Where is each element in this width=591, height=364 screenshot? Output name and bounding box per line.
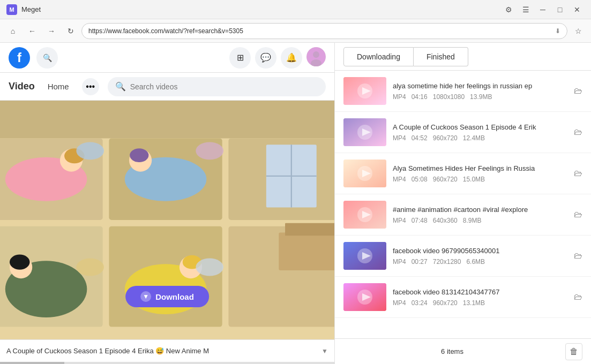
item-format: MP4 xyxy=(393,299,406,307)
item-thumbnail xyxy=(343,201,386,229)
fb-more-button[interactable]: ••• xyxy=(82,78,99,95)
download-item[interactable]: Alya Sometimes Hides Her Feelings in Rus… xyxy=(335,153,591,194)
fb-grid-button[interactable]: ⊞ xyxy=(229,47,251,69)
maximize-button[interactable]: □ xyxy=(552,2,567,17)
facebook-logo: f xyxy=(9,47,30,69)
save-file-icon[interactable]: 🗁 xyxy=(574,210,582,219)
item-resolution: 1080x1080 xyxy=(433,93,465,101)
item-meta: MP4 07:48 640x360 8.9MB xyxy=(393,217,567,224)
svg-rect-4 xyxy=(0,101,334,138)
item-size: 6.6MB xyxy=(466,258,485,266)
fb-notifications-button[interactable]: 🔔 xyxy=(281,47,302,69)
browser-panel: f 🔍 ⊞ 💬 🔔 Video xyxy=(0,43,335,364)
url-text: https://www.facebook.com/watch/?ref=sear… xyxy=(88,27,551,35)
svg-point-26 xyxy=(196,259,223,276)
fb-search-videos-box[interactable]: 🔍 xyxy=(108,77,326,96)
items-count: 6 items xyxy=(343,347,561,355)
download-item[interactable]: facebook video 813142104347767 MP4 03:24… xyxy=(335,277,591,318)
item-duration: 00:27 xyxy=(412,258,428,266)
item-thumbnail xyxy=(343,118,386,146)
tab-downloading[interactable]: Downloading xyxy=(343,47,414,66)
forward-button[interactable]: → xyxy=(43,22,60,40)
tab-bar: Downloading Finished xyxy=(335,43,591,71)
item-info: facebook video 813142104347767 MP4 03:24… xyxy=(393,288,567,307)
download-address-icon[interactable]: ⬇ xyxy=(555,27,560,35)
minimize-button[interactable]: ─ xyxy=(535,2,550,17)
item-thumbnail xyxy=(343,242,386,270)
svg-point-1 xyxy=(313,51,319,58)
fb-logo-letter: f xyxy=(17,50,21,65)
window-controls: ⚙ ☰ ─ □ ✕ xyxy=(501,2,585,17)
video-title-text: A Couple of Cuckoos Season 1 Episode 4 E… xyxy=(6,347,317,355)
save-file-icon[interactable]: 🗁 xyxy=(574,169,582,178)
refresh-button[interactable]: ↻ xyxy=(62,22,79,40)
fb-search-button[interactable]: 🔍 xyxy=(36,47,58,69)
save-file-icon[interactable]: 🗁 xyxy=(574,292,582,302)
video-title-bar: A Couple of Cuckoos Season 1 Episode 4 E… xyxy=(0,339,334,362)
item-resolution: 960x720 xyxy=(433,176,458,183)
app-logo: M xyxy=(6,4,17,15)
item-thumbnail xyxy=(343,77,386,105)
download-item[interactable]: alya sometime hide her feelings in russi… xyxy=(335,71,591,112)
item-info: Alya Sometimes Hides Her Feelings in Rus… xyxy=(393,164,567,183)
settings-button[interactable]: ⚙ xyxy=(501,2,516,17)
save-file-icon[interactable]: 🗁 xyxy=(574,127,582,137)
item-format: MP4 xyxy=(393,134,406,142)
item-meta: MP4 00:27 720x1280 6.6MB xyxy=(393,258,567,266)
bookmark-button[interactable]: ☆ xyxy=(570,22,587,40)
item-resolution: 640x360 xyxy=(433,217,458,224)
download-panel: Downloading Finished alya sometime hide … xyxy=(335,43,591,364)
save-file-icon[interactable]: 🗁 xyxy=(574,86,582,96)
trash-button[interactable]: 🗑 xyxy=(565,343,582,360)
tab-finished[interactable]: Finished xyxy=(414,47,468,66)
item-meta: MP4 03:24 960x720 13.1MB xyxy=(393,299,567,307)
item-meta: MP4 05:08 960x720 15.0MB xyxy=(393,176,567,183)
item-resolution: 960x720 xyxy=(433,134,458,142)
status-bar: 6 items 🗑 xyxy=(335,338,591,364)
item-size: 12.4MB xyxy=(463,134,485,142)
fb-avatar[interactable] xyxy=(306,47,326,66)
menu-button[interactable]: ☰ xyxy=(518,2,533,17)
item-title: alya sometime hide her feelings in russi… xyxy=(393,82,543,90)
svg-point-25 xyxy=(76,259,104,276)
search-videos-icon: 🔍 xyxy=(115,81,126,92)
app-logo-letter: M xyxy=(9,6,14,13)
svg-rect-30 xyxy=(279,232,334,270)
save-file-icon[interactable]: 🗁 xyxy=(574,251,582,261)
search-videos-input[interactable] xyxy=(130,82,318,91)
fb-home-link[interactable]: Home xyxy=(43,80,73,93)
item-format: MP4 xyxy=(393,93,406,101)
item-format: MP4 xyxy=(393,176,406,183)
item-title: facebook video 967990565340001 xyxy=(393,247,543,255)
search-icon: 🔍 xyxy=(43,54,52,62)
home-button[interactable]: ⌂ xyxy=(4,22,21,40)
download-arrow-icon: ▼ xyxy=(143,293,149,300)
download-item[interactable]: facebook video 967990565340001 MP4 00:27… xyxy=(335,236,591,277)
close-button[interactable]: ✕ xyxy=(570,2,585,17)
item-info: #anime #animation #cartoon #viral #explo… xyxy=(393,206,567,224)
trash-icon: 🗑 xyxy=(570,347,578,357)
item-format: MP4 xyxy=(393,258,406,266)
item-info: facebook video 967990565340001 MP4 00:27… xyxy=(393,247,567,266)
fb-video-section-title: Video xyxy=(9,81,35,92)
item-duration: 05:08 xyxy=(412,176,428,183)
chevron-down-icon: ▼ xyxy=(321,347,328,355)
back-button[interactable]: ← xyxy=(24,22,41,40)
item-title: A Couple of Cuckoos Season 1 Episode 4 E… xyxy=(393,123,543,131)
item-resolution: 960x720 xyxy=(433,299,458,307)
item-meta: MP4 04:52 960x720 12.4MB xyxy=(393,134,567,142)
item-thumbnail xyxy=(343,283,386,311)
item-meta: MP4 04:16 1080x1080 13.9MB xyxy=(393,93,567,101)
item-size: 8.9MB xyxy=(463,217,482,224)
download-item[interactable]: #anime #animation #cartoon #viral #explo… xyxy=(335,194,591,236)
svg-point-24 xyxy=(196,142,223,160)
svg-rect-31 xyxy=(285,223,334,236)
navbar: ⌂ ← → ↻ https://www.facebook.com/watch/?… xyxy=(0,19,591,43)
download-item[interactable]: A Couple of Cuckoos Season 1 Episode 4 E… xyxy=(335,112,591,153)
item-thumbnail xyxy=(343,160,386,187)
fb-messenger-button[interactable]: 💬 xyxy=(255,47,276,69)
item-duration: 03:24 xyxy=(412,299,428,307)
download-overlay-button[interactable]: ▼ Download xyxy=(125,286,209,307)
address-bar[interactable]: https://www.facebook.com/watch/?ref=sear… xyxy=(81,23,567,39)
facebook-video-bar: Video Home ••• 🔍 xyxy=(0,73,334,101)
